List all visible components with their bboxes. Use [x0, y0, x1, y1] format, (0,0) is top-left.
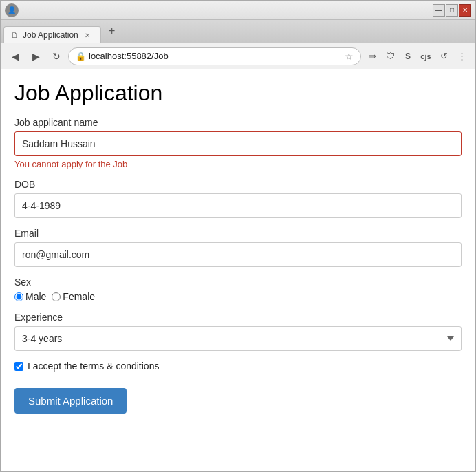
name-label: Job applicant name: [14, 117, 462, 128]
address-bar[interactable]: 🔒 localhost:55882/Job ☆: [68, 47, 361, 65]
page-content: Job Application Job applicant name You c…: [1, 69, 475, 471]
male-label: Male: [25, 291, 46, 302]
email-field-group: Email: [14, 228, 462, 267]
url-text: localhost:55882/Job: [89, 51, 342, 61]
terms-field-group: I accept the terms & conditions: [14, 361, 462, 372]
male-radio-label[interactable]: Male: [14, 291, 46, 302]
experience-label: Experience: [14, 312, 462, 323]
experience-select[interactable]: 3-4 years 0-1 years 1-2 years 2-3 years …: [14, 326, 462, 351]
plugin-icon-s[interactable]: S: [400, 48, 416, 65]
back-button[interactable]: ◀: [6, 47, 24, 65]
user-symbol: 👤: [8, 6, 16, 14]
lock-icon: 🔒: [76, 52, 86, 61]
reload-button[interactable]: ↻: [47, 47, 65, 65]
tab-close-button[interactable]: ✕: [83, 30, 92, 40]
tab-bar: 🗋 Job Application ✕ +: [1, 20, 475, 43]
tab-label: Job Application: [23, 30, 78, 40]
user-icon: 👤: [5, 3, 19, 17]
forward-button[interactable]: ▶: [27, 47, 45, 65]
page-title: Job Application: [14, 81, 462, 106]
sex-radio-group: Male Female: [14, 291, 462, 302]
dob-label: DOB: [14, 179, 462, 190]
terms-label-text: I accept the terms & conditions: [28, 361, 159, 372]
female-radio-label[interactable]: Female: [52, 291, 95, 302]
nav-bar: ◀ ▶ ↻ 🔒 localhost:55882/Job ☆ ⇒ 🛡 S cjs …: [1, 43, 475, 69]
window-controls: — □ ✕: [433, 4, 471, 17]
name-field-group: Job applicant name You cannot apply for …: [14, 117, 462, 169]
dob-field-group: DOB: [14, 179, 462, 218]
nav-extra-icons: ⇒ 🛡 S cjs ↺ ⋮: [364, 48, 470, 65]
female-radio[interactable]: [52, 292, 61, 301]
plugin-icon-cjs[interactable]: cjs: [418, 48, 434, 65]
terms-checkbox[interactable]: [14, 362, 23, 371]
cast-icon[interactable]: ⇒: [364, 48, 380, 65]
name-input[interactable]: [14, 131, 462, 156]
new-tab-button[interactable]: +: [104, 23, 120, 39]
terms-checkbox-label[interactable]: I accept the terms & conditions: [14, 361, 462, 372]
refresh-icon[interactable]: ↺: [435, 48, 452, 65]
title-bar: 👤 — □ ✕: [1, 1, 475, 20]
active-tab[interactable]: 🗋 Job Application ✕: [3, 26, 101, 43]
more-menu-button[interactable]: ⋮: [453, 48, 470, 65]
sex-field-group: Sex Male Female: [14, 277, 462, 302]
submit-button[interactable]: Submit Application: [14, 388, 127, 414]
name-error-message: You cannot apply for the Job: [14, 159, 462, 169]
browser-window: 👤 — □ ✕ 🗋 Job Application ✕ + ◀ ▶ ↻ 🔒 lo…: [0, 0, 476, 472]
bookmark-icon: ☆: [345, 51, 354, 62]
maximize-button[interactable]: □: [446, 4, 458, 17]
dob-input[interactable]: [14, 193, 462, 218]
email-input[interactable]: [14, 242, 462, 267]
female-label: Female: [63, 291, 95, 302]
sex-label: Sex: [14, 277, 462, 288]
email-label: Email: [14, 228, 462, 239]
tab-icon: 🗋: [11, 31, 19, 39]
shield-icon[interactable]: 🛡: [382, 48, 398, 65]
minimize-button[interactable]: —: [433, 4, 445, 17]
experience-field-group: Experience 3-4 years 0-1 years 1-2 years…: [14, 312, 462, 351]
male-radio[interactable]: [14, 292, 23, 301]
close-button[interactable]: ✕: [459, 4, 471, 17]
